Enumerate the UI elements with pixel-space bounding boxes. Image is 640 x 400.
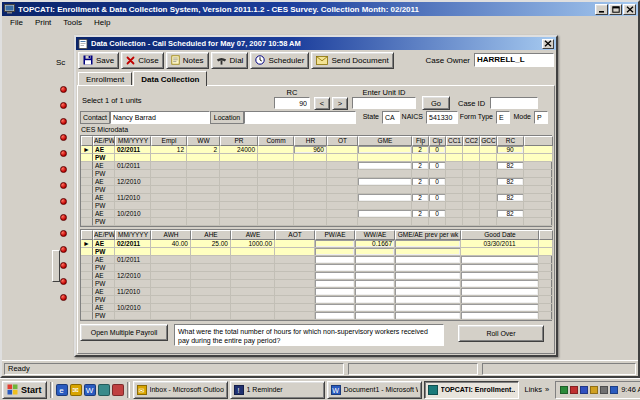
cell-month[interactable]: 12/2010 [115,178,151,186]
cell-type[interactable]: AE [93,288,115,296]
cell-ww_ae[interactable] [355,280,395,288]
cell-pw_ae[interactable] [315,256,355,264]
cell-ww_ae[interactable] [355,296,395,304]
cell-ww_ae[interactable]: 0.1667 [355,240,395,248]
cell-pw_ae[interactable] [315,264,355,272]
location-field[interactable] [244,111,356,124]
cell-gme[interactable] [358,178,412,186]
cell-gme[interactable] [358,146,412,154]
cell-type[interactable]: AE [93,146,115,154]
cell-type[interactable]: PW [93,170,115,178]
cell-pw_ae[interactable] [315,248,355,256]
cell-ww_ae[interactable] [355,304,395,312]
cell-gme[interactable] [358,162,412,170]
cell-type[interactable]: PW [93,312,115,320]
cell-type[interactable]: AE [93,162,115,170]
menu-tools[interactable]: Tools [57,17,88,28]
tray-icon[interactable] [570,386,578,394]
cell-flp[interactable]: 2 [412,210,429,218]
tray-icon[interactable] [580,386,588,394]
cell-good_date[interactable] [461,288,539,296]
task-topcati-enrollment[interactable]: TOPCATI: Enrollment... [424,381,519,399]
tray-icon[interactable] [560,386,568,394]
cell-pw_ae[interactable] [315,288,355,296]
cell-type[interactable]: PW [93,186,115,194]
cell-type[interactable]: AE [93,240,115,248]
form-type-field[interactable]: E [496,111,510,124]
cell-pw_ae[interactable] [315,312,355,320]
cell-ww_ae[interactable] [355,288,395,296]
cell-type[interactable]: PW [93,202,115,210]
outlook-icon[interactable]: ✉ [70,384,82,396]
cell-gme_ae[interactable] [395,280,461,288]
cell-rc[interactable]: 82 [497,194,524,202]
cell-type[interactable]: AE [93,256,115,264]
start-button[interactable]: Start [2,381,47,399]
scheduler-button[interactable]: Scheduler [250,52,309,69]
unit-id-input[interactable] [352,97,416,109]
task-inbox-microsoft-outlook[interactable]: ✉Inbox - Microsoft Outlook [133,381,228,399]
dialog-close-button[interactable] [542,39,554,49]
cell-pw_ae[interactable] [315,240,355,248]
cell-pw_ae[interactable] [315,304,355,312]
taskbar-clock[interactable]: 9:46 AM [621,385,640,394]
cell-month[interactable] [115,264,151,272]
cell-gme_ae[interactable] [395,288,461,296]
cell-good_date[interactable] [461,296,539,304]
contact-name-field[interactable]: Nancy Barrad [110,111,210,124]
cell-type[interactable]: PW [93,264,115,272]
desktop-icon[interactable] [98,384,110,396]
close-button[interactable]: Close [121,52,163,69]
cell-month[interactable]: 02/2011 [115,240,151,248]
cell-ww_ae[interactable] [355,264,395,272]
cell-gme_ae[interactable] [395,296,461,304]
cell-gme[interactable] [358,194,412,202]
cell-rc[interactable]: 82 [497,162,524,170]
cell-good_date[interactable] [461,256,539,264]
cell-month[interactable]: 01/2011 [115,162,151,170]
cell-pw_ae[interactable] [315,280,355,288]
cell-gme_ae[interactable] [395,240,461,248]
cell-ww_ae[interactable] [355,312,395,320]
cell-month[interactable] [115,154,151,162]
cell-clp[interactable]: 0 [429,178,446,186]
tab-enrollment[interactable]: Enrollment [78,72,132,85]
internet-explorer-icon[interactable]: e [56,384,68,396]
cell-type[interactable]: PW [93,248,115,256]
cell-flp[interactable]: 2 [412,146,429,154]
notes-button[interactable]: Notes [166,52,209,69]
save-button[interactable]: Save [78,52,119,69]
cell-month[interactable] [115,218,151,226]
cell-month[interactable]: 10/2010 [115,304,151,312]
cell-good_date[interactable] [461,272,539,280]
maximize-button[interactable] [609,4,622,15]
task-document1-microsoft-w[interactable]: WDocument1 - Microsoft W... [327,381,422,399]
cell-gme_ae[interactable] [395,256,461,264]
cell-month[interactable] [115,248,151,256]
cell-good_date[interactable] [461,304,539,312]
cell-flp[interactable]: 2 [412,194,429,202]
cell-month[interactable]: 01/2011 [115,256,151,264]
minimize-button[interactable] [595,4,608,15]
media-icon[interactable] [112,384,124,396]
tray-icon[interactable] [600,386,608,394]
cell-type[interactable]: AE [93,210,115,218]
cell-gme_ae[interactable] [395,304,461,312]
go-button[interactable]: Go [422,96,450,110]
cell-gme_ae[interactable] [395,264,461,272]
close-button[interactable] [623,4,636,15]
cell-month[interactable] [115,186,151,194]
dial-button[interactable]: Dial [211,52,249,69]
cell-month[interactable]: 12/2010 [115,272,151,280]
cell-flp[interactable]: 2 [412,162,429,170]
cell-month[interactable] [115,202,151,210]
cell-month[interactable]: 02/2011 [115,146,151,154]
cell-month[interactable] [115,312,151,320]
cell-type[interactable]: AE [93,272,115,280]
cell-month[interactable] [115,296,151,304]
task-1-reminder[interactable]: !1 Reminder [230,381,325,399]
state-field[interactable]: CA [382,111,400,124]
tab-data-collection[interactable]: Data Collection [133,71,207,86]
menu-file[interactable]: File [4,17,29,28]
cell-type[interactable]: PW [93,280,115,288]
